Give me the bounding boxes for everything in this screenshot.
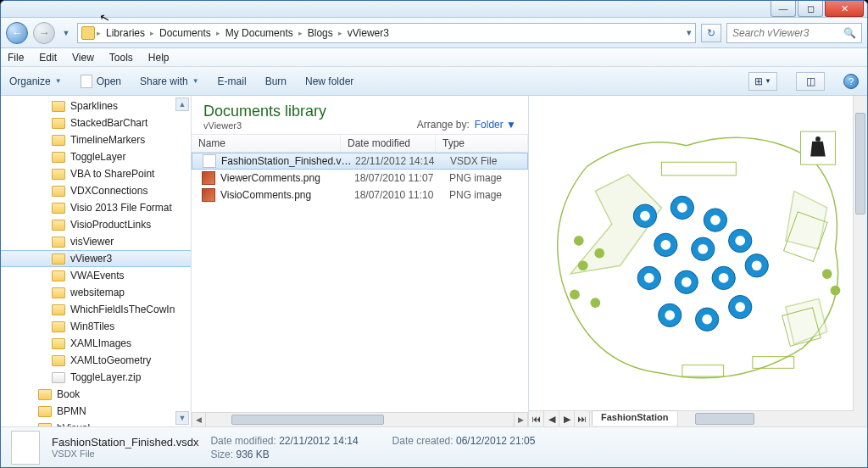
organize-button[interactable]: Organize▼ [9,75,62,87]
tree-item[interactable]: StackedBarChart [1,114,191,131]
scrollbar-thumb[interactable] [695,413,754,425]
tree-item[interactable]: bVisual [1,420,191,426]
tree-item[interactable]: Win8Tiles [1,318,191,335]
newfolder-button[interactable]: New folder [305,75,353,87]
minimize-button[interactable]: — [771,1,796,17]
arrange-by[interactable]: Arrange by: Folder ▼ [417,119,516,131]
preview-content [529,96,867,410]
open-button[interactable]: Open [81,75,121,88]
tree-item[interactable]: visViewer [1,233,191,250]
folder-icon [52,169,65,180]
folder-icon [81,26,95,40]
preview-tab[interactable]: FashionStation [592,410,677,426]
tree-item[interactable]: VisioProductLinks [1,216,191,233]
tree-item[interactable]: TimelineMarkers [1,131,191,148]
scroll-up-button[interactable]: ▲ [175,98,189,111]
tree-item[interactable]: WhichFieldIsTheCowIn [1,301,191,318]
tree-item[interactable]: VWAEvents [1,267,191,284]
tree-item[interactable]: VBA to SharePoint [1,165,191,182]
back-button[interactable]: ← [6,22,28,44]
vertical-scrollbar[interactable] [853,96,867,412]
tree-item[interactable]: Sparklines [1,98,191,114]
modified-value: 22/11/2012 14:14 [279,435,358,447]
svg-point-31 [752,260,762,270]
breadcrumb[interactable]: Documents [156,27,214,39]
tree-item[interactable]: Book [1,386,191,403]
close-button[interactable]: ✕ [825,1,864,17]
history-dropdown[interactable]: ▼ [60,24,72,42]
tree-item[interactable]: Visio 2013 File Format [1,199,191,216]
breadcrumb[interactable]: My Documents [222,27,297,39]
search-input[interactable]: Search vViewer3 🔍 [726,23,862,43]
refresh-button[interactable]: ↻ [701,24,721,42]
chevron-right-icon: ▸ [298,29,303,37]
tree-item-label: VisioProductLinks [70,219,151,231]
menu-view[interactable]: View [72,52,94,64]
horizontal-scrollbar[interactable]: ◀ ▶ [192,412,528,426]
chevron-down-icon: ▼ [192,77,199,85]
details-pane: FashionStation_Finished.vsdx VSDX File D… [1,426,867,467]
file-row[interactable]: VisioComments.png 18/07/2010 11:10 PNG i… [192,187,528,203]
tree-item[interactable]: websitemap [1,284,191,301]
folder-icon [38,389,52,400]
scroll-down-button[interactable]: ▼ [175,411,189,425]
folder-icon [38,406,52,417]
svg-point-15 [677,203,687,213]
breadcrumb[interactable]: Libraries [103,27,148,39]
folder-icon [52,101,65,112]
menu-edit[interactable]: Edit [39,52,57,64]
tree-item-label: bVisual [57,422,90,426]
scrollbar-thumb[interactable] [231,415,384,425]
share-button[interactable]: Share with▼ [140,75,199,87]
scrollbar-thumb[interactable] [855,113,865,214]
svg-point-29 [719,273,729,283]
tree-item[interactable]: BPMN [1,403,191,420]
scroll-left-button[interactable]: ◀ [192,413,206,426]
preview-pane-button[interactable]: ◫ [796,72,825,91]
file-type: PNG image [449,172,502,184]
menu-file[interactable]: File [8,52,24,64]
email-button[interactable]: E-mail [218,75,247,87]
file-row[interactable]: ViewerComments.png 18/07/2010 11:07 PNG … [192,170,528,187]
tree-item-label: Sparklines [70,100,118,112]
tree-item[interactable]: ToggleLayer [1,148,191,165]
tree-item[interactable]: XAMLImages [1,335,191,352]
maximize-button[interactable]: ◻ [798,1,823,17]
menu-bar: File Edit View Tools Help [1,48,867,67]
file-name: ViewerComments.png [220,172,354,184]
col-name[interactable]: Name [192,135,341,152]
breadcrumb[interactable]: vViewer3 [344,27,392,39]
arrange-label: Arrange by: [417,119,470,131]
file-type: VSDX File [450,155,497,167]
chevron-right-icon: ▸ [338,29,342,37]
tree-item-label: VWAEvents [70,270,125,281]
burn-button[interactable]: Burn [265,75,287,87]
svg-point-17 [710,215,721,226]
chevron-down-icon[interactable]: ▾ [687,27,692,38]
menu-help[interactable]: Help [148,52,170,64]
tree-item-label: WhichFieldIsTheCowIn [70,304,175,315]
file-row[interactable]: FashionStation_Finished.vsdx 22/11/2012 … [192,153,528,170]
preview-hscroll[interactable] [677,411,867,426]
breadcrumb[interactable]: Blogs [304,27,337,39]
view-options-button[interactable]: ⊞ ▼ [748,72,777,91]
tree-item[interactable]: ToggleLayer.zip [1,369,191,386]
tree-item-label: TimelineMarkers [70,134,145,146]
tree-item[interactable]: vViewer3 [1,250,191,267]
search-icon[interactable]: 🔍 [843,27,856,39]
tree-item[interactable]: VDXConnections [1,182,191,199]
tree-item[interactable]: XAMLtoGeometry [1,352,191,369]
menu-tools[interactable]: Tools [109,52,133,64]
help-button[interactable]: ? [843,74,859,89]
size-label: Size: [210,448,233,460]
arrange-value[interactable]: Folder ▼ [475,119,516,131]
col-type[interactable]: Type [436,135,528,152]
folder-icon [38,423,52,427]
svg-point-35 [702,315,712,325]
address-bar[interactable]: ▸ Libraries ▸ Documents ▸ My Documents ▸… [77,23,696,43]
forward-button[interactable]: → [33,22,55,44]
column-headers[interactable]: Name Date modified Type [192,134,528,153]
scroll-right-button[interactable]: ▶ [514,413,528,426]
col-date[interactable]: Date modified [341,135,436,152]
zip-icon [52,372,65,383]
